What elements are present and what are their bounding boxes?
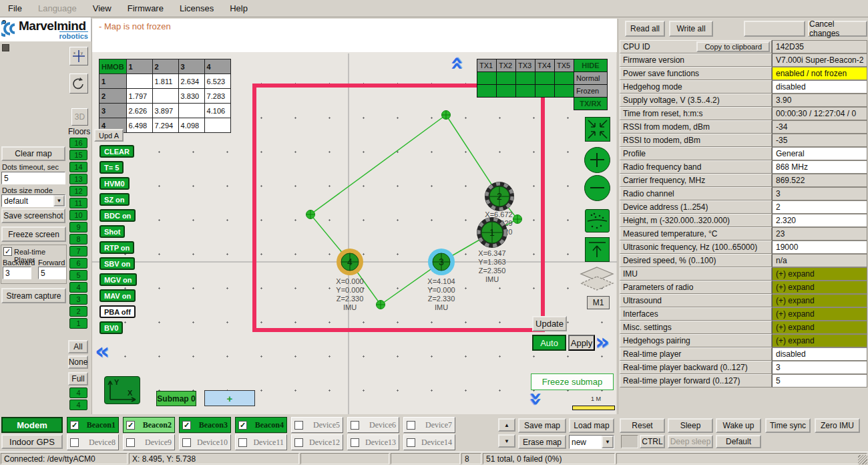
tx-header-cell[interactable]: TX1 [477,59,497,72]
tab-device10[interactable]: Device10 [179,434,231,450]
overlay-button-t-5[interactable]: T= 5 [99,161,124,174]
property-value[interactable]: 19000 [772,241,867,254]
blank-button[interactable] [744,21,805,37]
tx-side-hide[interactable]: HIDE [574,59,608,72]
upd-a-button[interactable]: Upd A [94,129,124,142]
tx-cell[interactable] [516,72,535,85]
menu-item-view[interactable]: View [85,1,120,16]
menu-item-help[interactable]: Help [222,1,256,16]
upload-zone-icon[interactable] [585,237,610,262]
tab-checkbox[interactable] [351,438,359,447]
ctrl-checkbox[interactable] [621,435,638,448]
floor-button-10[interactable]: 10 [69,210,87,220]
tab-checkbox[interactable] [126,438,135,447]
overlay-button-clear[interactable]: CLEAR [99,145,134,158]
tab-device5[interactable]: Device5 [291,417,343,433]
floor-button-9[interactable]: 9 [69,222,87,232]
property-value[interactable]: 3 [772,361,867,374]
apply-button[interactable]: Apply [568,335,595,351]
overlay-button-sz-on[interactable]: SZ on [99,193,130,206]
floor-button-15[interactable]: 15 [69,150,87,160]
tab-beacon3[interactable]: ✓Beacon3 [179,417,231,433]
reset-button[interactable]: Reset [620,418,665,433]
tx-cell[interactable] [477,72,497,85]
add-submap-button[interactable]: + [204,390,255,406]
backward-input[interactable]: 3 [3,267,31,279]
default-button[interactable]: Default [716,435,761,448]
menu-item-language[interactable]: Language [30,1,85,16]
zero-imu-button[interactable]: Zero IMU [815,418,860,433]
cancel-changes-button[interactable]: Cancel changes [808,21,867,37]
chevron-up-icon[interactable]: » [447,56,464,71]
tx-cell[interactable] [497,85,516,98]
floor-button-12[interactable]: 12 [69,186,87,196]
dots-timeout-input[interactable]: 5 [1,172,65,184]
tx-side-normal[interactable]: Normal [574,72,608,85]
resize-grip-icon[interactable] [858,455,867,464]
save-screenshot-button[interactable]: Save screenshot [1,208,65,223]
update-button[interactable]: Update [532,316,567,331]
chevron-down-icon[interactable]: » [528,392,546,406]
tab-checkbox[interactable] [351,421,359,430]
floor-button-7[interactable]: 7 [69,246,87,257]
floors-none-button[interactable]: None [68,355,88,369]
tab-beacon2[interactable]: ✓Beacon2 [123,417,175,433]
overlay-button-sbv-on[interactable]: SBV on [99,257,135,270]
tx-cell[interactable] [535,85,555,98]
tab-checkbox[interactable] [294,438,303,447]
tx-cell[interactable] [516,85,535,98]
menu-item-licenses[interactable]: Licenses [172,1,222,16]
tab-device12[interactable]: Device12 [291,434,343,450]
tx-side-frozen[interactable]: Frozen [574,85,608,98]
map-select-dropdown[interactable]: new ▼ [569,435,614,449]
floor-button-8[interactable]: 8 [69,234,87,245]
axes-view-button[interactable]: xy [69,47,88,65]
property-value[interactable]: (+) expand [772,267,867,281]
tab-checkbox-checked[interactable]: ✓ [182,421,191,430]
load-map-button[interactable]: Load map [569,418,614,433]
realtime-player-checkbox[interactable]: ✓ [3,247,12,256]
overlay-button-rtp-on[interactable]: RTP on [99,241,134,254]
floor-button-3[interactable]: 3 [69,294,87,305]
dropdown-arrow-icon[interactable]: ▼ [53,195,65,206]
floor-extra-1[interactable]: 4 [69,400,87,410]
menu-item-file[interactable]: File [0,1,30,16]
fit-to-screen-icon[interactable] [585,117,610,142]
dots-size-select[interactable]: default ▼ [1,194,65,207]
tab-beacon1[interactable]: ✓Beacon1 [67,417,119,433]
tab-checkbox[interactable] [407,421,415,430]
indoor-gps-tab[interactable]: Indoor GPS [1,434,63,449]
sleep-button[interactable]: Sleep [668,418,713,433]
modem-tab[interactable]: Modem [1,417,63,433]
clear-map-button[interactable]: Clear map [1,146,65,161]
floor-button-4[interactable]: 4 [69,282,87,293]
floor-button-16[interactable]: 16 [69,138,87,148]
freeze-screen-button[interactable]: Freeze screen [1,226,66,242]
floor-button-5[interactable]: 5 [69,270,87,281]
tab-device13[interactable]: Device13 [347,434,399,450]
property-value[interactable]: 2 [772,200,867,214]
time-sync-button[interactable]: Time sync [765,418,811,433]
overlay-button-mgv-on[interactable]: MGV on [99,273,137,286]
tab-device7[interactable]: Device7 [403,417,455,433]
read-all-button[interactable]: Read all [625,21,665,37]
submap-0-tab[interactable]: Submap 0 [156,391,196,406]
overlay-button-pba-off[interactable]: PBA off [99,305,136,318]
property-value[interactable]: 868 MHz [772,160,867,174]
floors-full-button[interactable]: Full [68,372,88,385]
property-value[interactable]: 5 [772,374,867,388]
tx-header-cell[interactable]: TX4 [535,59,555,72]
forward-input[interactable]: 5 [38,267,66,279]
property-value[interactable]: 2.320 [772,214,867,227]
write-all-button[interactable]: Write all [669,21,713,37]
overlay-button-mav-on[interactable]: MAV on [99,289,136,302]
dots-filter-icon[interactable] [585,209,610,232]
zoom-in-icon[interactable] [584,147,610,173]
floors-all-button[interactable]: All [68,340,88,353]
property-value[interactable]: (+) expand [772,281,867,294]
freeze-submap-button[interactable]: Freeze submap [531,373,614,390]
tab-checkbox-checked[interactable]: ✓ [238,421,247,430]
layers-icon[interactable] [578,266,616,294]
tab-device14[interactable]: Device14 [403,434,455,450]
tab-device8[interactable]: Device8 [67,434,119,450]
